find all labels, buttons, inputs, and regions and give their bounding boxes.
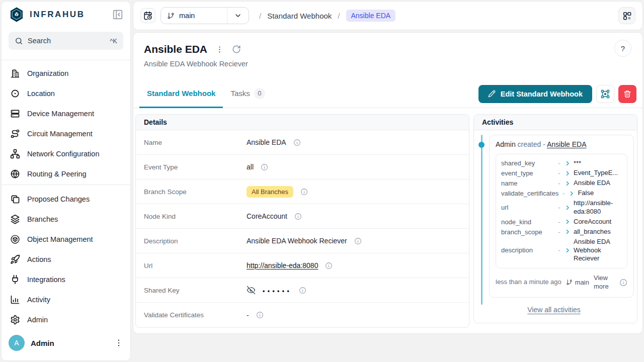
branch-selected: main bbox=[161, 8, 227, 24]
activity-author: Admin bbox=[496, 140, 516, 148]
change-old-value: - bbox=[557, 179, 561, 187]
sidebar-item-activity[interactable]: Activity bbox=[2, 290, 130, 310]
branch-scope-badge: All Branches bbox=[247, 186, 293, 198]
activity-changes: shared_key - *** event_type - Event_Type… bbox=[496, 154, 627, 268]
globe-icon bbox=[10, 169, 20, 179]
activity-target-link[interactable]: Ansible EDA bbox=[547, 140, 587, 148]
sidebar-item-label: Organization bbox=[27, 69, 68, 77]
detail-label: Url bbox=[144, 262, 247, 269]
sidebar-item-object-management[interactable]: Object Management bbox=[2, 229, 130, 249]
timeline-dot bbox=[478, 142, 485, 148]
view-all-activities-link[interactable]: View all activities bbox=[527, 306, 581, 314]
detail-row-node-kind: Node Kind CoreAccount bbox=[136, 204, 469, 229]
manage-groups-button[interactable] bbox=[596, 85, 614, 103]
refresh-icon[interactable] bbox=[232, 45, 241, 54]
detail-row-branch-scope: Branch Scope All Branches bbox=[136, 179, 469, 204]
change-new-value: False bbox=[578, 189, 622, 198]
detail-value-text: Ansible EDA Webhook Reciever bbox=[247, 237, 347, 245]
git-branch-icon bbox=[566, 279, 573, 286]
title-kebab-icon[interactable] bbox=[215, 45, 224, 54]
info-icon bbox=[261, 163, 268, 171]
sidebar-item-label: Branches bbox=[27, 215, 58, 223]
timeline-line bbox=[481, 135, 482, 305]
search-shortcut: ^K bbox=[110, 37, 117, 45]
detail-value-text: - bbox=[247, 311, 249, 319]
user-menu[interactable]: A Admin bbox=[2, 330, 130, 361]
search-wrap: Search ^K bbox=[2, 26, 130, 60]
detail-row-shared-key: Shared Key •••••• bbox=[136, 278, 469, 303]
sidebar-item-device-management[interactable]: Device Management bbox=[2, 104, 130, 124]
breadcrumb-standard-webhook[interactable]: Standard Webhook bbox=[267, 12, 332, 20]
help-button[interactable]: ? bbox=[614, 40, 631, 57]
detail-row-name: Name Ansible EDA bbox=[136, 130, 469, 155]
view-more-link[interactable]: View more bbox=[594, 274, 615, 291]
detail-row-event-type: Event Type all bbox=[136, 155, 469, 179]
branch-selector[interactable]: main bbox=[160, 7, 249, 24]
sidebar-item-branches[interactable]: Branches bbox=[2, 209, 130, 229]
sidebar-item-location[interactable]: Location bbox=[2, 83, 130, 104]
search-input[interactable]: Search ^K bbox=[9, 32, 123, 50]
locate-icon bbox=[10, 88, 20, 99]
time-travel-button[interactable] bbox=[140, 8, 155, 23]
change-row: name - Ansible EDA bbox=[501, 178, 622, 189]
sidebar-item-label: Integrations bbox=[27, 276, 65, 284]
search-placeholder: Search bbox=[28, 37, 51, 45]
change-key: node_kind bbox=[501, 218, 554, 226]
search-icon bbox=[15, 37, 23, 45]
change-new-value: CoreAccount bbox=[574, 218, 622, 226]
route-icon bbox=[10, 129, 20, 139]
info-icon bbox=[294, 213, 302, 220]
info-icon bbox=[354, 237, 362, 245]
detail-value: Ansible EDA Webhook Reciever bbox=[247, 237, 362, 245]
change-new-value: Ansible EDA Webhook Reciever bbox=[574, 238, 622, 263]
detail-label: Node Kind bbox=[144, 213, 247, 220]
change-old-value: - bbox=[561, 190, 566, 197]
tasks-count-badge: 0 bbox=[254, 88, 265, 99]
info-icon[interactable] bbox=[619, 279, 627, 287]
kebab-icon[interactable] bbox=[114, 338, 123, 347]
sidebar-item-integrations[interactable]: Integrations bbox=[2, 269, 130, 290]
tab-label: Tasks bbox=[230, 89, 250, 98]
sidebar-collapse-button[interactable] bbox=[112, 9, 123, 20]
delete-button[interactable] bbox=[618, 85, 636, 103]
activities-body: Admin created - Ansible EDA shared_key -… bbox=[474, 130, 637, 323]
sidebar-item-proposed-changes[interactable]: Proposed Changes bbox=[2, 189, 130, 209]
detail-value: http://ansible-eda:8080 bbox=[247, 261, 333, 269]
schema-visualizer-button[interactable] bbox=[618, 7, 635, 24]
url-link[interactable]: http://ansible-eda:8080 bbox=[247, 261, 318, 269]
detail-value: - bbox=[247, 311, 264, 319]
gear-icon bbox=[10, 315, 20, 325]
sidebar-item-actions[interactable]: Actions bbox=[2, 249, 130, 269]
group-select-icon bbox=[601, 89, 610, 99]
sidebar-item-label: Proposed Changes bbox=[27, 195, 90, 203]
detail-value: •••••• bbox=[247, 286, 306, 295]
chevron-right-icon bbox=[565, 205, 571, 211]
detail-label: Name bbox=[144, 139, 247, 146]
diff-icon bbox=[10, 194, 20, 204]
detail-label: Branch Scope bbox=[144, 188, 247, 196]
info-icon bbox=[256, 311, 264, 319]
sidebar-item-network-configuration[interactable]: Network Configuration bbox=[2, 144, 130, 164]
chevron-right-icon bbox=[565, 229, 571, 235]
tabs-row: Standard Webhook Tasks 0 Edit Standard W… bbox=[133, 80, 642, 108]
change-key: validate_certificates bbox=[501, 190, 558, 197]
sidebar-item-admin[interactable]: Admin bbox=[2, 310, 130, 330]
breadcrumb: / Standard Webhook / Ansible EDA bbox=[259, 10, 395, 22]
breadcrumb-ansible-eda[interactable]: Ansible EDA bbox=[346, 10, 396, 22]
sidebar-item-label: Device Management bbox=[27, 110, 94, 118]
tab-standard-webhook[interactable]: Standard Webhook bbox=[139, 80, 223, 108]
branch-select-chevron[interactable] bbox=[227, 8, 249, 24]
edit-standard-webhook-button[interactable]: Edit Standard Webhook bbox=[478, 85, 592, 103]
sidebar-item-routing-peering[interactable]: Routing & Peering bbox=[2, 164, 130, 184]
activity-footer: less than a minute ago main View more bbox=[496, 274, 627, 291]
building-icon bbox=[10, 68, 20, 78]
details-rows: Name Ansible EDA Event Type all Branch S… bbox=[136, 130, 469, 327]
sidebar-item-label: Object Management bbox=[27, 235, 93, 243]
chevron-right-icon bbox=[565, 160, 571, 166]
sidebar-item-organization[interactable]: Organization bbox=[2, 63, 130, 83]
change-old-value: - bbox=[557, 159, 561, 167]
eye-off-icon[interactable] bbox=[247, 286, 256, 295]
tab-tasks[interactable]: Tasks 0 bbox=[223, 80, 272, 108]
change-old-value: - bbox=[557, 218, 561, 226]
sidebar-item-circuit-management[interactable]: Circuit Management bbox=[2, 124, 130, 144]
